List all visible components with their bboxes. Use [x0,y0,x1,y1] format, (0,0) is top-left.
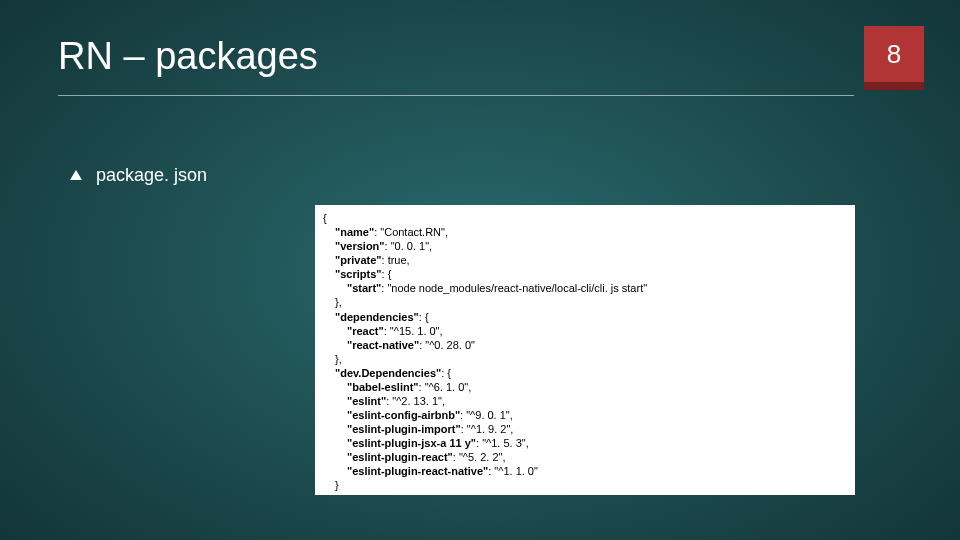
json-key: "eslint-config-airbnb" [347,409,460,421]
json-key: "eslint-plugin-jsx-a 11 y" [347,437,476,449]
code-line: }, [323,295,847,309]
json-key: "private" [335,254,382,266]
code-line: "eslint-plugin-jsx-a 11 y": "^1. 5. 3", [323,436,847,450]
code-line: "scripts": { [323,267,847,281]
json-val: : "^6. 1. 0", [419,381,472,393]
json-val: : true, [382,254,410,266]
json-key: "react" [347,325,384,337]
json-key: "eslint-plugin-react-native" [347,465,488,477]
json-val: : "^0. 28. 0" [419,339,475,351]
code-line: "babel-eslint": "^6. 1. 0", [323,380,847,394]
slide-title: RN – packages [58,35,318,78]
code-line: "eslint-plugin-react": "^5. 2. 2", [323,450,847,464]
json-val: : { [382,268,392,280]
code-line: } [323,478,847,492]
title-underline [58,95,854,96]
json-val: : "0. 0. 1", [385,240,433,252]
json-key: "react-native" [347,339,419,351]
json-val: : "^5. 2. 2", [453,451,506,463]
json-val: : { [419,311,429,323]
page-number-badge: 8 [864,26,924,90]
json-val: : "^1. 5. 3", [476,437,529,449]
code-line: "eslint-plugin-react-native": "^1. 1. 0" [323,464,847,478]
json-key: "eslint-plugin-react" [347,451,453,463]
code-line: "react": "^15. 1. 0", [323,324,847,338]
json-key: "scripts" [335,268,382,280]
json-val: : "^2. 13. 1", [386,395,445,407]
page-number: 8 [887,39,901,70]
json-val: : "Contact.RN", [374,226,448,238]
code-line: "eslint-plugin-import": "^1. 9. 2", [323,422,847,436]
json-val: : { [441,367,451,379]
json-key: "version" [335,240,385,252]
json-val: : "^1. 9. 2", [461,423,514,435]
code-line: "private": true, [323,253,847,267]
bullet-item: package. json [70,165,207,186]
code-line: "eslint": "^2. 13. 1", [323,394,847,408]
json-key: "start" [347,282,381,294]
code-line: "start": "node node_modules/react-native… [323,281,847,295]
json-key: "eslint-plugin-import" [347,423,461,435]
json-val: : "^15. 1. 0", [384,325,443,337]
json-val: : "^1. 1. 0" [488,465,538,477]
json-key: "name" [335,226,374,238]
code-line: "eslint-config-airbnb": "^9. 0. 1", [323,408,847,422]
code-line: "dependencies": { [323,310,847,324]
json-key: "eslint" [347,395,386,407]
code-line: "version": "0. 0. 1", [323,239,847,253]
code-line: } [323,494,327,495]
json-val: : "^9. 0. 1", [460,409,513,421]
code-line: { [323,212,327,224]
json-key: "dependencies" [335,311,419,323]
json-val: : "node node_modules/react-native/local-… [381,282,647,294]
json-key: "dev.Dependencies" [335,367,441,379]
diamond-bullet-icon [70,170,82,180]
code-line: }, [323,352,847,366]
code-line: "name": "Contact.RN", [323,225,847,239]
code-line: "dev.Dependencies": { [323,366,847,380]
code-line: "react-native": "^0. 28. 0" [323,338,847,352]
bullet-text: package. json [96,165,207,186]
json-key: "babel-eslint" [347,381,419,393]
code-block: { "name": "Contact.RN", "version": "0. 0… [315,205,855,495]
